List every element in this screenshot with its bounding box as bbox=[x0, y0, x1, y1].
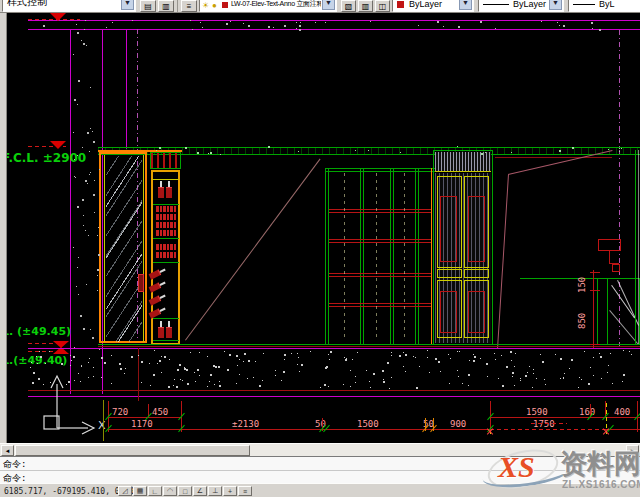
hatch-speckle bbox=[125, 368, 126, 369]
dim-400: 400 bbox=[614, 407, 630, 417]
scroll-left-button[interactable]: ◂ bbox=[1, 445, 14, 456]
command-line-panel[interactable]: 命令: 命令: bbox=[0, 456, 640, 483]
lineweight-combo[interactable]: ByL bbox=[568, 0, 640, 12]
hatch-speckle bbox=[623, 350, 624, 351]
hatch-speckle bbox=[572, 147, 574, 149]
hatch-speckle bbox=[564, 373, 565, 374]
hatch-speckle bbox=[83, 328, 85, 330]
hatch-speckle bbox=[89, 151, 90, 152]
ortho-toggle[interactable]: ∟ bbox=[148, 486, 162, 496]
cad-line bbox=[635, 150, 636, 345]
toolbar-button-6[interactable]: ◫ bbox=[375, 0, 390, 12]
hatch-speckle bbox=[621, 148, 622, 149]
layer-combo[interactable]: ☀ ● LW-07-Elev-Text-Anno 立面注释 ▼ bbox=[199, 0, 337, 12]
hatch-speckle bbox=[190, 352, 191, 353]
dim-1590: 1590 bbox=[526, 407, 548, 417]
hatch-speckle bbox=[99, 169, 100, 170]
hatch-speckle bbox=[87, 132, 89, 134]
dim-1500: 1500 bbox=[357, 419, 379, 429]
hatch-speckle bbox=[214, 384, 215, 385]
hatch-speckle bbox=[169, 359, 170, 360]
ducs-toggle[interactable]: ⊥ bbox=[208, 486, 222, 496]
wine-cabinet-top bbox=[150, 152, 181, 169]
osnap-toggle[interactable]: □ bbox=[178, 486, 192, 496]
hatch-speckle bbox=[263, 353, 264, 354]
shelf-line bbox=[153, 238, 179, 239]
hatch-speckle bbox=[31, 362, 32, 363]
hatch-speckle bbox=[88, 362, 89, 363]
layer-manager-button[interactable]: ≡ bbox=[181, 0, 197, 12]
color-combo[interactable]: ByLayer ▼ bbox=[392, 0, 474, 12]
layer-freeze-icon[interactable]: ● bbox=[212, 1, 217, 10]
hatch-speckle bbox=[74, 347, 75, 348]
hatch-speckle bbox=[373, 373, 375, 375]
toolbar-button-1[interactable]: ▤ bbox=[140, 0, 156, 12]
toolbar-button-2[interactable]: ▥ bbox=[158, 0, 174, 12]
hatch-speckle bbox=[510, 351, 512, 353]
grid-toggle[interactable]: ▦ bbox=[133, 486, 147, 496]
hatch-speckle bbox=[197, 369, 199, 371]
hatch-speckle bbox=[357, 352, 358, 353]
hatch-speckle bbox=[619, 151, 620, 152]
wine-bottle bbox=[158, 181, 164, 197]
hatch-speckle bbox=[39, 351, 40, 352]
hatch-speckle bbox=[607, 372, 608, 373]
hatch-speckle bbox=[49, 351, 50, 352]
hatch-speckle bbox=[514, 385, 515, 386]
chevron-down-icon[interactable]: ▼ bbox=[459, 0, 472, 10]
hatch-speckle bbox=[33, 372, 35, 374]
dim-2130: ±2130 bbox=[232, 419, 259, 429]
hatch-speckle bbox=[541, 21, 542, 22]
lwt-toggle[interactable]: ≡ bbox=[238, 486, 252, 496]
chevron-down-icon[interactable]: ▼ bbox=[549, 0, 562, 10]
arrow-right-icon: ▸ bbox=[631, 447, 635, 455]
hatch-speckle bbox=[416, 387, 417, 388]
glassware-row bbox=[156, 222, 176, 228]
hatch-speckle bbox=[86, 284, 87, 285]
hatch-speckle bbox=[487, 376, 488, 377]
linetype-combo[interactable]: ByLayer ▼ bbox=[478, 0, 564, 12]
hatch-speckle bbox=[399, 355, 401, 357]
chevron-down-icon[interactable]: ▼ bbox=[322, 0, 335, 10]
hatch-speckle bbox=[85, 180, 87, 182]
hatch-speckle bbox=[199, 352, 200, 353]
hatch-speckle bbox=[555, 354, 556, 355]
otrack-toggle[interactable]: ∠ bbox=[193, 486, 207, 496]
hatch-speckle bbox=[124, 373, 125, 374]
hatch-speckle bbox=[320, 387, 321, 388]
hatch-speckle bbox=[275, 370, 276, 371]
hatch-speckle bbox=[284, 25, 286, 27]
layer-on-icon[interactable]: ☀ bbox=[202, 1, 209, 10]
hatch-speckle bbox=[273, 27, 274, 28]
style-combo[interactable]: 样式控制 ▼ bbox=[2, 0, 136, 12]
shelf-line bbox=[153, 262, 179, 263]
drawing-canvas[interactable]: F.C.L. ±2900 L. (±49.45) L.(±49.40) bbox=[0, 0, 640, 497]
scroll-thumb[interactable] bbox=[15, 445, 250, 456]
hatch-speckle bbox=[168, 386, 170, 388]
toolbar-button-4[interactable]: ▧ bbox=[341, 0, 356, 12]
cad-line bbox=[597, 278, 598, 345]
chevron-down-icon[interactable]: ▼ bbox=[121, 0, 134, 10]
left-window-edge bbox=[0, 13, 7, 443]
cad-line bbox=[376, 173, 377, 338]
hatch-speckle bbox=[612, 383, 613, 384]
polar-toggle[interactable]: ◠ bbox=[163, 486, 177, 496]
hatch-speckle bbox=[141, 382, 142, 383]
hatch-speckle bbox=[78, 257, 79, 258]
toolbar-button-5[interactable]: ▥ bbox=[358, 0, 373, 12]
hatch-speckle bbox=[93, 376, 94, 377]
hatch-speckle bbox=[486, 363, 488, 365]
hatch-speckle bbox=[111, 355, 112, 356]
hatch-speckle bbox=[187, 383, 189, 385]
hatch-speckle bbox=[259, 385, 261, 387]
hatch-speckle bbox=[237, 365, 238, 366]
dyn-toggle[interactable]: + bbox=[223, 486, 237, 496]
scroll-right-button[interactable]: ▸ bbox=[626, 445, 639, 456]
extension-line bbox=[103, 400, 104, 441]
hatch-speckle bbox=[544, 379, 545, 380]
horizontal-scrollbar[interactable]: ◂ ▸ bbox=[0, 443, 640, 456]
hatch-speckle bbox=[186, 369, 188, 371]
hatch-speckle bbox=[76, 24, 77, 25]
dim-900: 900 bbox=[450, 419, 466, 429]
snap-toggle[interactable]: ◿ bbox=[118, 486, 132, 496]
